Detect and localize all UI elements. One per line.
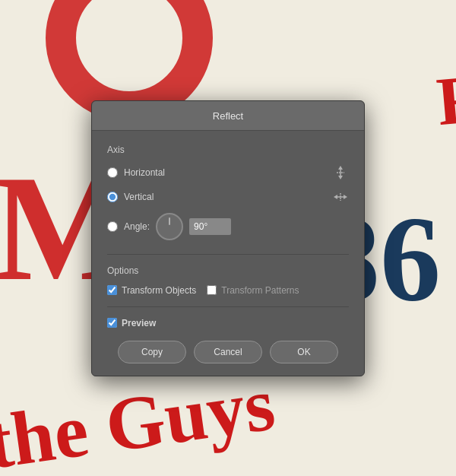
horizontal-radio[interactable] bbox=[107, 167, 118, 178]
svg-marker-4 bbox=[334, 195, 337, 199]
svg-marker-0 bbox=[338, 166, 343, 170]
options-section-label: Options bbox=[107, 265, 349, 276]
angle-dial[interactable] bbox=[156, 213, 183, 240]
transform-objects-label: Transform Objects bbox=[122, 285, 196, 296]
preview-row: Preview bbox=[107, 318, 349, 328]
ok-button[interactable]: OK bbox=[270, 341, 338, 363]
svg-marker-6 bbox=[344, 195, 347, 199]
transform-objects-checkbox[interactable] bbox=[107, 285, 117, 295]
dialog-title: Reflect bbox=[213, 110, 243, 122]
transform-patterns-checkbox[interactable] bbox=[207, 285, 217, 295]
transform-patterns-label: Transform Patterns bbox=[221, 285, 299, 296]
angle-label: Angle: bbox=[124, 221, 150, 232]
transform-patterns-item: Transform Patterns bbox=[207, 285, 299, 296]
reflect-dialog: Reflect Axis Horizontal bbox=[91, 100, 365, 376]
angle-radio[interactable] bbox=[107, 221, 118, 232]
dialog-overlay: Reflect Axis Horizontal bbox=[0, 0, 456, 476]
dialog-body: Axis Horizontal bbox=[92, 131, 364, 376]
preview-label: Preview bbox=[122, 318, 156, 328]
axis-section: Axis Horizontal bbox=[107, 144, 349, 240]
horizontal-row: Horizontal bbox=[107, 164, 349, 181]
vertical-icon bbox=[332, 189, 349, 205]
options-section: Options Transform Objects Transform Patt… bbox=[107, 265, 349, 296]
axis-section-label: Axis bbox=[107, 144, 349, 155]
vertical-radio[interactable] bbox=[107, 192, 118, 202]
dialog-titlebar: Reflect bbox=[92, 101, 364, 131]
angle-row: Angle: 90° bbox=[107, 213, 349, 240]
transform-objects-item: Transform Objects bbox=[107, 285, 196, 296]
copy-button[interactable]: Copy bbox=[118, 341, 186, 363]
cancel-button[interactable]: Cancel bbox=[194, 341, 262, 363]
divider bbox=[107, 254, 349, 255]
divider-2 bbox=[107, 306, 349, 307]
horizontal-label: Horizontal bbox=[124, 167, 326, 178]
options-checkbox-row: Transform Objects Transform Patterns bbox=[107, 285, 349, 296]
angle-input[interactable]: 90° bbox=[189, 218, 231, 235]
button-row: Copy Cancel OK bbox=[107, 341, 349, 363]
svg-marker-2 bbox=[338, 176, 343, 179]
vertical-label: Vertical bbox=[124, 192, 326, 202]
preview-checkbox[interactable] bbox=[107, 318, 117, 328]
vertical-row: Vertical bbox=[107, 189, 349, 205]
horizontal-icon bbox=[332, 164, 349, 181]
